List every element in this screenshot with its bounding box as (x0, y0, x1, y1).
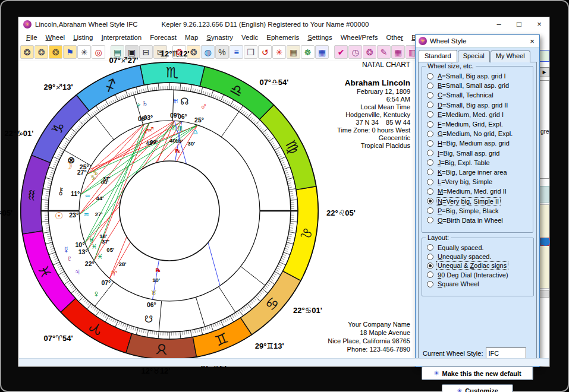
svg-text:07°: 07° (101, 279, 111, 286)
edit-icon[interactable]: ✎ (377, 45, 391, 59)
svg-text:♏: ♏ (171, 124, 177, 131)
wheel-size-option-10[interactable]: K=Big, Large inner area (426, 167, 531, 177)
radio-label: Unequally spaced. (436, 253, 493, 260)
svg-text:13°: 13° (78, 248, 88, 255)
layout-option-4[interactable]: Square Wheel (426, 280, 532, 289)
wheel-size-option-2[interactable]: C=Small, Technical (426, 90, 531, 100)
tab-my-wheel[interactable]: My Wheel (491, 50, 530, 62)
svg-text:09°: 09° (170, 112, 180, 119)
wheel-size-option-12[interactable]: M=Medium, Med. grid II (426, 186, 531, 196)
expand-arrow-button[interactable]: ▶ (539, 67, 549, 77)
natal-wheel-svg: ♈♉♊♋♌♍♎♏♐♑♒♓22°♒05'07°♈54'12°♉12'07°♊27'… (18, 53, 339, 369)
svg-text:10': 10' (152, 277, 160, 283)
svg-text:40': 40' (169, 137, 177, 144)
layout-option-2[interactable]: Unequal & Zodiac signs (426, 261, 532, 270)
minimize-button[interactable]: – (489, 20, 509, 29)
menu-file[interactable]: File (22, 33, 42, 42)
current-wheel-style-input[interactable] (486, 347, 526, 359)
svg-text:30': 30' (188, 140, 196, 147)
dialog-close-icon[interactable]: × (525, 37, 539, 46)
wheel-pink-icon[interactable]: ❂ (363, 45, 376, 59)
house-cusp-label-7: 22°♌05' (326, 208, 356, 217)
svg-text:00': 00' (101, 179, 109, 185)
birth-data-line: Local Mean Time (337, 103, 410, 111)
layout-option-3[interactable]: 90 Deg Dial (Interactive) (426, 270, 532, 279)
wheel-size-option-5[interactable]: F=Medium, Grid, Expl. (426, 119, 531, 129)
svg-text:42': 42' (146, 140, 153, 146)
planet-north-node: ☊ (180, 96, 188, 106)
planet-uranus: ♅ (172, 96, 179, 106)
menu-interpretation[interactable]: Interpretation (97, 33, 146, 42)
company-line: Your Company Name (328, 320, 410, 328)
window-title-app: Kepler 9.26.123.656 D11 (English) Regist… (162, 21, 489, 28)
radio-icon (427, 150, 433, 156)
selection-chip[interactable] (540, 238, 550, 246)
svg-text:06°: 06° (147, 301, 156, 308)
wheel-size-option-0[interactable]: A=Small, Big asp. grid I (426, 71, 531, 81)
layout-group: Layout: Equally spaced.Unequally spaced.… (422, 238, 534, 296)
birth-data-line: 6:54 AM (337, 96, 410, 103)
clock-icon[interactable]: ◷ (348, 45, 362, 59)
svg-text:℞: ℞ (175, 148, 180, 154)
tab-standard[interactable]: Standard (419, 50, 457, 62)
menu-ephemeris[interactable]: Ephemeris (262, 33, 303, 42)
svg-text:♎: ♎ (193, 128, 199, 135)
menu-settings[interactable]: Settings (303, 33, 337, 42)
dialog-icon: ✳ (419, 37, 427, 45)
company-line: 18 Maple Avenue (328, 328, 410, 337)
wheel-size-option-14[interactable]: P=Big, Simple, Black (426, 206, 531, 216)
menu-wheel[interactable]: Wheel (42, 33, 70, 42)
svg-text:27°: 27° (77, 169, 87, 176)
menu-forecast[interactable]: Forecast (146, 33, 181, 42)
tab-special[interactable]: Special (458, 50, 490, 62)
svg-text:♉: ♉ (155, 341, 168, 358)
app-icon: ✳ (23, 20, 32, 29)
asterisk-icon: ✳ (433, 369, 439, 377)
svg-text:27': 27' (95, 211, 103, 217)
wheel-size-option-4[interactable]: E=Medium, Med. grid I (426, 110, 531, 119)
birth-data-line: February 12, 1809 (337, 88, 410, 96)
wheel-size-option-6[interactable]: G=Medium, No grid, Expl. (426, 129, 531, 138)
radio-icon (427, 83, 433, 89)
wheel-size-option-9[interactable]: J=Big, Expl. Table (426, 158, 531, 167)
radio-label: C=Small, Technical (436, 91, 495, 99)
wheel-size-option-8[interactable]: I=Big, Small asp. grid (426, 148, 531, 158)
wheel-size-option-15[interactable]: Q=Birth Data in Wheel (426, 216, 531, 225)
radio-icon (427, 92, 433, 99)
menu-synastry[interactable]: Synastry (202, 33, 237, 42)
background-teal-box (539, 186, 549, 203)
maximize-button[interactable]: □ (509, 20, 529, 29)
svg-text:♓: ♓ (97, 253, 103, 260)
wheel-size-option-1[interactable]: B=Small, Small asp. grid (426, 81, 531, 90)
wheel-size-option-13[interactable]: N=Very big, Simple II (426, 196, 531, 206)
layout-option-1[interactable]: Unequally spaced. (426, 252, 532, 261)
radio-label: H=Big, Medium asp. grid (436, 140, 511, 147)
menu-vedic[interactable]: Vedic (237, 33, 262, 42)
svg-text:♑: ♑ (90, 174, 96, 181)
wheel-size-options: A=Small, Big asp. grid IB=Small, Small a… (426, 71, 531, 225)
menu-wheelprefs[interactable]: Wheel/Prefs (337, 33, 382, 42)
house-cusp-label-10: 07°♐27' (109, 56, 138, 65)
grid-pink-icon[interactable]: ▦ (391, 45, 405, 59)
menu-other[interactable]: Other (382, 33, 407, 42)
radio-label: Equally spaced. (436, 244, 485, 251)
planet-moon: ☽ (64, 161, 73, 171)
menu-listing[interactable]: Listing (69, 33, 97, 42)
svg-text:11°: 11° (71, 190, 80, 197)
house-cusp-label-3: 12°♉12' (142, 366, 171, 375)
partial-text: gres (540, 128, 549, 135)
customize-button[interactable]: ✳ Customize (442, 384, 513, 392)
wheel-size-option-7[interactable]: H=Big, Medium asp. grid (426, 138, 531, 148)
wheel-size-option-3[interactable]: D=Small, Big asp. grid II (426, 100, 531, 110)
radio-label: Unequal & Zodiac signs (436, 262, 508, 269)
radio-label: Q=Birth Data in Wheel (436, 217, 504, 224)
planet-south-node: ☋ (144, 314, 153, 324)
layout-option-0[interactable]: Equally spaced. (426, 243, 532, 252)
radio-icon (427, 207, 433, 214)
make-default-button[interactable]: ✳ Make this the new default (422, 366, 533, 380)
planet-neptune: ♆ (135, 100, 142, 110)
menu-map[interactable]: Map (181, 33, 202, 42)
wheel-size-option-11[interactable]: L=Very big, Simple (426, 177, 531, 186)
svg-text:05': 05' (106, 246, 114, 253)
background-list-panel: gres (539, 80, 549, 179)
